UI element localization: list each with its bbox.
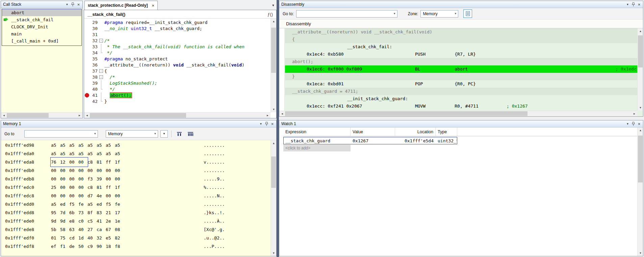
memory-byte[interactable]: 6b	[69, 208, 78, 217]
pin-icon[interactable]	[70, 2, 76, 7]
memory-goto-input[interactable]: ▼	[24, 130, 98, 138]
watch-expression[interactable]: __stack_chk_guard	[283, 137, 351, 144]
memory-byte[interactable]: 7d	[60, 208, 69, 217]
pin-icon[interactable]	[630, 2, 636, 7]
vertical-splitter[interactable]	[277, 0, 279, 257]
watch-column-header[interactable]: Value	[351, 127, 395, 136]
fold-gutter[interactable]: -	[99, 68, 103, 74]
memory-byte[interactable]: 25	[51, 183, 60, 192]
scrollbar-thumb[interactable]	[90, 113, 186, 118]
memory-row[interactable]: 0x1fff'eda0a5a5a5a5a5a5a5a5........	[1, 149, 271, 158]
memory-byte[interactable]: a5	[97, 149, 106, 158]
scrollbar-thumb[interactable]	[7, 113, 49, 118]
mixed-mode-button[interactable]	[463, 9, 472, 18]
memory-byte[interactable]: 00	[78, 183, 87, 192]
memory-byte[interactable]: c9	[87, 242, 97, 251]
memory-byte[interactable]: a5	[60, 141, 69, 149]
code-line[interactable]: 39 LogStackSmashed();	[84, 80, 271, 86]
memory-byte[interactable]: 12	[60, 158, 69, 166]
watch-row[interactable]: __stack_chk_guard0x12670x1fff'e5d4uint32…	[283, 137, 457, 144]
memory-byte[interactable]: a5	[87, 200, 97, 208]
scrollbar-thumb[interactable]	[271, 156, 276, 188]
unit-size-16bit-icon[interactable]	[175, 130, 184, 138]
disassembly-line[interactable]: }	[285, 73, 637, 80]
memory-byte[interactable]: c8	[87, 183, 97, 192]
memory-row[interactable]: 0x1fff'edd0a5edf5fea5edf5fe........	[1, 200, 271, 208]
memory-row[interactable]: 0x1fff'edc800000000d74e0000.....N..	[1, 192, 271, 200]
breakpoint-gutter[interactable]	[84, 68, 90, 74]
close-icon[interactable]: ×	[636, 2, 642, 7]
window-menu-icon[interactable]: ▼	[625, 2, 630, 7]
watch-row[interactable]: <click to add>	[283, 144, 457, 152]
memory-byte[interactable]: 27	[87, 225, 97, 234]
tab-list-dropdown-icon[interactable]: ▼	[270, 1, 277, 10]
scroll-left-icon[interactable]: ◄	[1, 113, 7, 118]
chevron-down-icon[interactable]: ▼	[153, 132, 158, 135]
tab-close-icon[interactable]: ×	[152, 3, 154, 8]
code-line[interactable]: 29#pragma required=__init_stack_chk_guar…	[84, 20, 271, 26]
code-line[interactable]: 36__attribute__((noreturn)) void __stack…	[84, 62, 271, 68]
memory-byte[interactable]: e8	[69, 217, 78, 225]
memory-byte[interactable]: a5	[115, 141, 124, 149]
breakpoint-gutter[interactable]	[84, 80, 90, 86]
scroll-left-icon[interactable]: ◄	[84, 113, 90, 118]
memory-byte[interactable]: 40	[87, 234, 97, 242]
disassembly-line[interactable]: 0x1ec6: 0xf000 0xf809 BL abort; 0x1edc	[285, 65, 637, 73]
memory-byte[interactable]: e5	[106, 234, 115, 242]
breakpoint-gutter[interactable]	[84, 92, 90, 98]
breakpoint-gutter[interactable]	[84, 38, 90, 44]
code-line[interactable]: 33 * The __stack_chk_fail(void) function…	[84, 44, 271, 50]
scrollbar-thumb[interactable]	[638, 136, 643, 182]
memory-byte[interactable]: 50	[78, 242, 87, 251]
fold-gutter[interactable]	[99, 26, 103, 32]
call-stack-item[interactable]: CLOCK_DRV_Init	[2, 23, 81, 30]
memory-byte[interactable]: fe	[115, 200, 124, 208]
memory-byte[interactable]: ca	[97, 225, 106, 234]
memory-byte[interactable]: 95	[51, 208, 60, 217]
code-line[interactable]: 38- /*	[84, 74, 271, 80]
scroll-up-icon[interactable]: ▲	[638, 28, 643, 34]
memory-byte[interactable]: 1f	[115, 183, 124, 192]
memory-byte[interactable]: 73	[78, 208, 87, 217]
function-list-icon[interactable]: ƒ()	[267, 12, 273, 17]
pin-icon[interactable]	[264, 121, 269, 126]
scroll-up-icon[interactable]: ▲	[271, 140, 276, 146]
disassembly-vscrollbar[interactable]: ▲ ▼	[637, 28, 643, 111]
memory-byte[interactable]: f5	[69, 200, 78, 208]
scrollbar-track[interactable]	[285, 111, 632, 116]
breakpoint-gutter[interactable]	[84, 74, 90, 80]
scroll-right-icon[interactable]: ►	[632, 111, 637, 116]
memory-byte[interactable]: a5	[60, 149, 69, 158]
memory-byte[interactable]: 00	[60, 183, 69, 192]
watch-column-header[interactable]: Location	[395, 127, 436, 136]
disassembly-line[interactable]: __attribute__((noreturn)) void __stack_c…	[285, 28, 637, 36]
memory-zone-select[interactable]: Memory ▼	[106, 130, 158, 138]
memory-byte[interactable]: 00	[69, 192, 78, 200]
scroll-down-icon[interactable]: ▼	[271, 250, 276, 256]
code-line[interactable]: 30__no_init uint32_t __stack_chk_guard;	[84, 26, 271, 32]
disassembly-line[interactable]: 0x1ecc: 0xf241 0x2067 MOVW R0, #4711; 0x…	[285, 103, 637, 110]
memory-byte[interactable]: 9d	[51, 217, 60, 225]
chevron-down-icon[interactable]: ▼	[392, 12, 397, 15]
memory-row[interactable]: 0x1fff'ede09d9de8c0c5412e1e.....À..	[1, 217, 271, 225]
memory-byte[interactable]: 83	[97, 208, 106, 217]
chevron-down-icon[interactable]: ▼	[453, 12, 458, 15]
memory-byte[interactable]: ed	[97, 200, 106, 208]
memory-row[interactable]: 0x1fff'ed98a5a5a5a5a5a5a5a5........	[1, 141, 271, 149]
memory-byte[interactable]: a5	[87, 149, 97, 158]
memory-byte[interactable]: d7	[87, 192, 97, 200]
memory-byte[interactable]: 41	[97, 217, 106, 225]
memory-byte[interactable]: 4e	[97, 192, 106, 200]
disassembly-line[interactable]: __init_stack_chk_guard:	[285, 95, 637, 103]
scrollbar-thumb[interactable]	[638, 35, 643, 67]
code-line[interactable]: 35#pragma no_stack_protect	[84, 56, 271, 62]
memory-byte[interactable]: a5	[78, 141, 87, 149]
chevron-down-icon[interactable]: ▼	[93, 132, 98, 135]
memory-byte[interactable]: a5	[115, 149, 124, 158]
code-area[interactable]: 29#pragma required=__init_stack_chk_guar…	[84, 19, 276, 118]
call-stack-item[interactable]: main	[2, 30, 81, 37]
breakpoint-gutter[interactable]	[84, 62, 90, 68]
memory-byte[interactable]: 81	[97, 158, 106, 166]
memory-byte[interactable]: 00	[115, 175, 124, 183]
editor-tab[interactable]: stack_protection.c [Read-Only] ×	[84, 1, 158, 10]
